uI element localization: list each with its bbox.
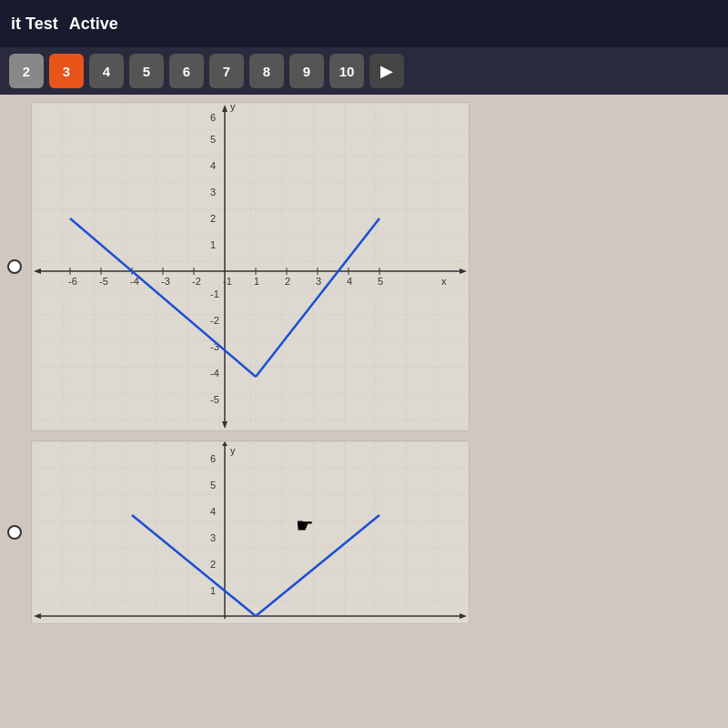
svg-rect-1 (32, 103, 469, 430)
svg-text:5: 5 (210, 134, 216, 145)
svg-text:5: 5 (378, 276, 383, 287)
svg-text:-3: -3 (161, 276, 170, 287)
graph2-radio[interactable] (7, 525, 22, 540)
svg-text:4: 4 (210, 506, 216, 517)
graph1-wrapper: -1 -2 -3 -4 -5 -6 1 2 3 4 5 x 1 2 3 4 5 … (31, 102, 470, 431)
header: it Test Active (0, 0, 728, 47)
question-btn-7[interactable]: 7 (209, 54, 244, 88)
svg-text:-1: -1 (223, 276, 232, 287)
question-btn-6[interactable]: 6 (169, 54, 204, 88)
svg-text:4: 4 (347, 276, 352, 287)
svg-rect-45 (32, 441, 469, 623)
graph2-svg: 1 2 3 4 5 6 y (32, 441, 469, 623)
svg-text:3: 3 (210, 187, 216, 197)
svg-text:y: y (230, 103, 236, 112)
svg-text:-4: -4 (210, 368, 219, 379)
svg-text:6: 6 (210, 453, 216, 464)
question-btn-5[interactable]: 5 (129, 54, 164, 88)
svg-text:1: 1 (254, 276, 259, 287)
svg-text:-2: -2 (192, 276, 201, 287)
graph2-wrapper: 1 2 3 4 5 6 y ☛ (31, 440, 470, 624)
svg-text:-1: -1 (210, 288, 219, 299)
svg-text:-5: -5 (99, 276, 108, 287)
svg-text:-5: -5 (210, 394, 219, 405)
graph1-radio[interactable] (7, 259, 22, 274)
svg-text:3: 3 (316, 276, 321, 287)
svg-text:y: y (230, 445, 236, 456)
svg-text:6: 6 (210, 112, 216, 123)
svg-text:-6: -6 (68, 276, 77, 287)
svg-text:2: 2 (210, 213, 216, 224)
graph1-container: -1 -2 -3 -4 -5 -6 1 2 3 4 5 x 1 2 3 4 5 … (7, 102, 470, 431)
status-badge: Active (69, 15, 118, 34)
page-title: it Test (11, 15, 58, 34)
svg-text:5: 5 (210, 480, 216, 490)
graph2-container: 1 2 3 4 5 6 y ☛ (7, 440, 470, 624)
question-btn-3[interactable]: 3 (49, 54, 84, 88)
svg-text:-2: -2 (210, 315, 219, 326)
graph1-svg: -1 -2 -3 -4 -5 -6 1 2 3 4 5 x 1 2 3 4 5 … (32, 103, 469, 430)
main-content: -1 -2 -3 -4 -5 -6 1 2 3 4 5 x 1 2 3 4 5 … (0, 95, 728, 728)
svg-text:3: 3 (210, 532, 216, 543)
svg-text:2: 2 (285, 276, 290, 287)
svg-text:x: x (441, 276, 447, 287)
svg-text:1: 1 (210, 239, 216, 250)
question-btn-9[interactable]: 9 (289, 54, 324, 88)
svg-text:4: 4 (210, 160, 216, 171)
question-btn-4[interactable]: 4 (89, 54, 124, 88)
question-btn-8[interactable]: 8 (249, 54, 284, 88)
svg-text:2: 2 (210, 559, 216, 570)
svg-text:1: 1 (210, 585, 216, 596)
question-btn-2[interactable]: 2 (9, 54, 44, 88)
next-question-button[interactable]: ▶ (369, 54, 404, 88)
question-nav: 2 3 4 5 6 7 8 9 10 ▶ (0, 47, 728, 95)
question-btn-10[interactable]: 10 (329, 54, 364, 88)
